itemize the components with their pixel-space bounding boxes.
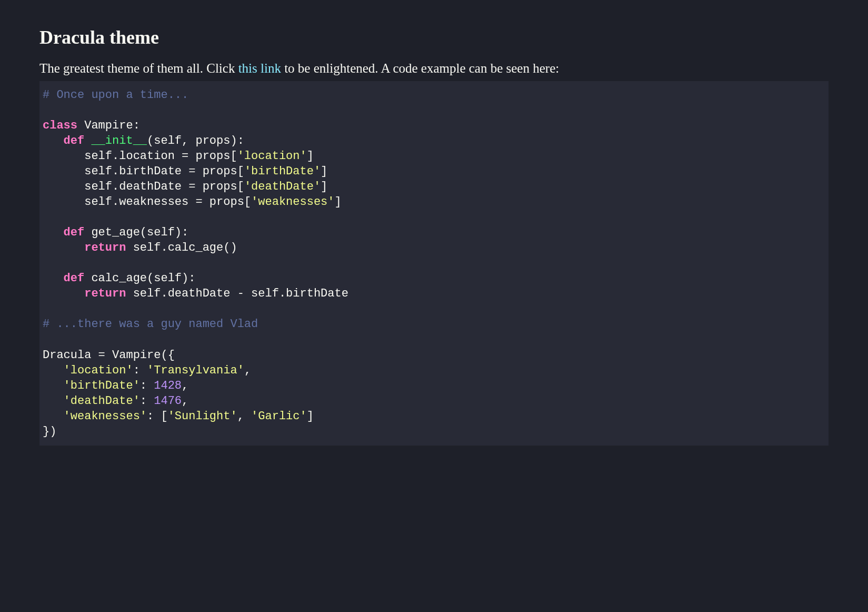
code-keyword-return: return	[84, 241, 126, 254]
intro-paragraph: The greatest theme of them all. Click th…	[39, 61, 829, 76]
code-sep: :	[140, 394, 154, 408]
code-string: 'Transylvania'	[147, 364, 244, 377]
code-string: 'location'	[237, 150, 307, 163]
code-line: self.calc_age()	[126, 241, 237, 254]
code-sep: ,	[244, 364, 251, 377]
code-sep: ,	[182, 379, 188, 392]
code-string: 'weaknesses'	[251, 195, 334, 209]
code-function-name: calc_age(self):	[84, 272, 195, 285]
code-sep: :	[140, 379, 154, 392]
code-line: Dracula = Vampire({	[43, 349, 175, 362]
code-params: (self, props):	[147, 134, 244, 147]
code-function-name: __init__	[91, 134, 147, 147]
code-line: self.birthDate = props[	[43, 165, 244, 178]
intro-link[interactable]: this link	[238, 61, 281, 75]
code-line: })	[43, 425, 56, 438]
code-number: 1428	[154, 379, 182, 392]
code-keyword-return: return	[84, 287, 126, 300]
code-string: 'deathDate'	[244, 180, 321, 193]
code-keyword-class: class	[43, 119, 77, 132]
code-comment: # Once upon a time...	[43, 88, 188, 102]
page-title: Dracula theme	[39, 26, 829, 48]
code-sep: ,	[237, 410, 251, 423]
code-string: 'Sunlight'	[168, 410, 237, 423]
code-sep: :	[133, 364, 147, 377]
code-sep: ]	[307, 410, 314, 423]
code-line: self.deathDate = props[	[43, 180, 244, 193]
code-line: self.deathDate - self.birthDate	[126, 287, 348, 300]
code-line: self.weaknesses = props[	[43, 195, 251, 209]
code-string: 'weaknesses'	[64, 410, 147, 423]
intro-text-before: The greatest theme of them all. Click	[39, 61, 238, 75]
code-line: ]	[321, 180, 327, 193]
code-comment: # ...there was a guy named Vlad	[43, 318, 258, 331]
code-line: ]	[321, 165, 327, 178]
code-string: 'deathDate'	[64, 394, 140, 408]
code-string: 'location'	[64, 364, 133, 377]
code-keyword-def: def	[64, 226, 85, 239]
code-sep: ,	[182, 394, 188, 408]
code-line: ]	[307, 150, 314, 163]
code-keyword-def: def	[64, 272, 85, 285]
code-sep: : [	[147, 410, 168, 423]
code-string: 'birthDate'	[244, 165, 321, 178]
code-number: 1476	[154, 394, 182, 408]
code-block: # Once upon a time... class Vampire: def…	[39, 81, 829, 446]
code-keyword-def: def	[64, 134, 85, 147]
code-string: 'Garlic'	[251, 410, 307, 423]
code-class-name: Vampire:	[77, 119, 140, 132]
code-function-name: get_age(self):	[84, 226, 188, 239]
code-string: 'birthDate'	[64, 379, 140, 392]
intro-text-after: to be enlightened. A code example can be…	[281, 61, 559, 75]
code-line: self.location = props[	[43, 150, 237, 163]
code-line: ]	[335, 195, 342, 209]
